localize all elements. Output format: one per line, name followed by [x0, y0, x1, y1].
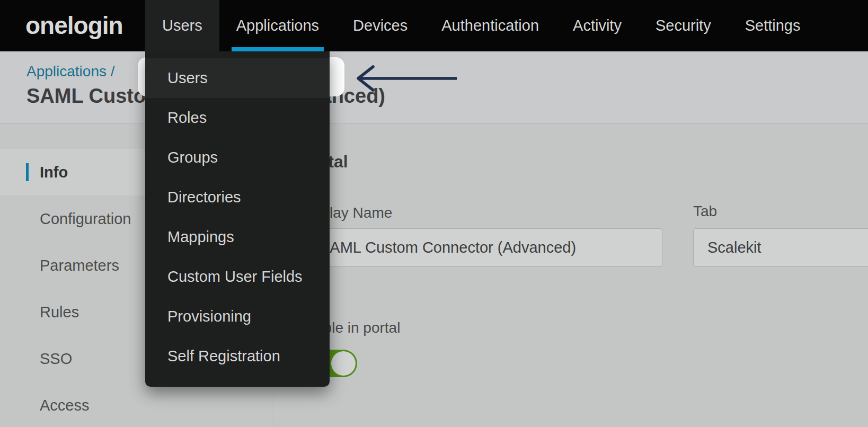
menu-item-users[interactable]: Users	[145, 58, 330, 98]
menu-item-mappings[interactable]: Mappings	[145, 217, 330, 257]
tab-label: Tab	[693, 203, 717, 220]
toggle-knob-icon	[331, 351, 356, 376]
menu-item-directories[interactable]: Directories	[145, 177, 330, 217]
nav-item-activity[interactable]: Activity	[556, 0, 639, 51]
top-navbar: onelogin Users Applications Devices Auth…	[0, 0, 868, 51]
nav-item-settings[interactable]: Settings	[728, 0, 818, 51]
display-name-input[interactable]	[306, 228, 662, 266]
left-arrow-icon	[350, 61, 461, 95]
sidebar-item-access[interactable]: Access	[0, 382, 273, 427]
nav-item-users[interactable]: Users	[145, 0, 219, 51]
nav-item-applications[interactable]: Applications	[219, 0, 336, 51]
menu-item-roles[interactable]: Roles	[145, 98, 330, 138]
menu-item-custom-user-fields[interactable]: Custom User Fields	[145, 257, 330, 297]
main-nav: Users Applications Devices Authenticatio…	[145, 0, 817, 51]
tab-input[interactable]	[693, 228, 868, 266]
onelogin-admin-screen: Applications / SAML Custom Connector (Ad…	[0, 0, 868, 427]
menu-item-provisioning[interactable]: Provisioning	[145, 297, 330, 336]
breadcrumb[interactable]: Applications /	[26, 63, 115, 80]
nav-item-authentication[interactable]: Authentication	[424, 0, 556, 51]
onelogin-logo[interactable]: onelogin	[25, 0, 123, 51]
users-dropdown-menu: Users Roles Groups Directories Mappings …	[145, 51, 330, 387]
menu-item-self-registration[interactable]: Self Registration	[145, 336, 330, 376]
nav-item-devices[interactable]: Devices	[336, 0, 424, 51]
nav-item-security[interactable]: Security	[639, 0, 728, 51]
menu-item-groups[interactable]: Groups	[145, 138, 330, 177]
